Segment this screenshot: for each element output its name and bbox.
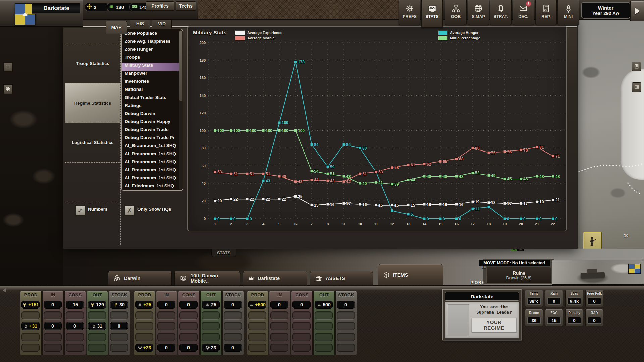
menu-tab-dec[interactable]: DEC.6 bbox=[513, 0, 534, 25]
location-plate[interactable]: Ruins Darwin (26,8) bbox=[486, 267, 551, 283]
resource-slot bbox=[248, 344, 266, 352]
resource-slot bbox=[88, 311, 106, 319]
side-tool-bottom-right-button[interactable] bbox=[632, 82, 641, 92]
stat-list-item[interactable]: Zone Avg. Happiness bbox=[122, 39, 183, 47]
column-header: OUT bbox=[314, 291, 334, 299]
resource-slot bbox=[157, 311, 175, 319]
stat-list-item[interactable]: Military Stats bbox=[122, 63, 183, 71]
stat-list-item[interactable]: Debug Darwin Trade Pr bbox=[122, 135, 183, 143]
stat-list-item[interactable]: AI_Braunraum_1st SHQ bbox=[122, 151, 183, 159]
menu-tab-rep[interactable]: REP. bbox=[535, 0, 557, 25]
numbers-checkbox[interactable]: ✓ bbox=[75, 205, 86, 216]
map-terrain-left[interactable] bbox=[0, 19, 63, 285]
gauge-label: Free Folk bbox=[587, 291, 602, 296]
profiles-button[interactable]: Profiles bbox=[146, 1, 174, 11]
svg-text:60: 60 bbox=[202, 164, 206, 168]
category-regime-statistics[interactable]: Regime Statistics bbox=[65, 83, 120, 123]
stats-window-bottom-tab[interactable]: STATS bbox=[211, 249, 236, 257]
svg-text:51: 51 bbox=[266, 172, 270, 176]
svg-text:9: 9 bbox=[343, 222, 345, 226]
resource-slot bbox=[248, 311, 266, 319]
only-show-hqs-checkbox[interactable]: ✗ bbox=[124, 205, 135, 216]
svg-text:5: 5 bbox=[411, 212, 413, 217]
slot-value: 0 bbox=[278, 302, 281, 307]
unit-tab-items[interactable]: ITEMS bbox=[378, 264, 443, 286]
stat-list-scrollbar[interactable] bbox=[179, 30, 183, 190]
menu-tab-mini[interactable]: MINI bbox=[557, 0, 579, 25]
map-unit-tile[interactable] bbox=[583, 232, 601, 250]
column-header: PROD bbox=[20, 291, 41, 299]
svg-text:0: 0 bbox=[233, 217, 236, 221]
svg-text:16: 16 bbox=[330, 202, 335, 207]
resource-slot bbox=[135, 333, 153, 341]
slot-value: 0 bbox=[300, 302, 303, 307]
svg-text:22: 22 bbox=[282, 197, 286, 202]
menu-tab-label: MINI bbox=[564, 14, 573, 19]
stat-list-item[interactable]: Manpower bbox=[122, 71, 183, 79]
stat-list-item[interactable]: Debug Darwin Happy bbox=[122, 119, 183, 127]
unit-tab-10th-darwin-mobile-[interactable]: 10th Darwin Mobile.. bbox=[174, 271, 240, 286]
stat-list-item[interactable]: National bbox=[122, 87, 183, 95]
end-turn-button[interactable] bbox=[630, 1, 644, 21]
window-tab-map[interactable]: MAP bbox=[106, 21, 127, 34]
stat-list-item[interactable]: Debug Darwin Trade bbox=[122, 127, 183, 135]
resource-political-points[interactable]: 2 bbox=[85, 3, 109, 11]
window-tab-his[interactable]: HIS bbox=[130, 19, 150, 28]
gauge-free-folk: Free Folk0 bbox=[585, 290, 603, 307]
your-regime-button[interactable]: YOUR REGIME bbox=[472, 318, 517, 332]
menu-tab-prefs[interactable]: PREFS bbox=[399, 0, 420, 25]
stat-list-item[interactable]: AI_Braunraum_1st SHQ bbox=[122, 143, 183, 151]
menu-tab-oob[interactable]: OOB bbox=[445, 0, 467, 25]
panel-scroll-left-button[interactable] bbox=[1, 287, 7, 294]
window-tab-vid[interactable]: VID bbox=[152, 19, 172, 28]
scrollbar-thumb[interactable] bbox=[179, 30, 183, 101]
category-troop-statistics[interactable]: Troop Statistics bbox=[65, 44, 120, 83]
crown-icon bbox=[22, 11, 29, 18]
side-tool-top-right-button[interactable] bbox=[632, 62, 641, 71]
globe-icon bbox=[474, 3, 483, 14]
menu-tab-stats[interactable]: STATS bbox=[421, 0, 443, 28]
svg-text:16: 16 bbox=[459, 202, 464, 207]
chart-icon bbox=[427, 3, 437, 14]
side-tool-top-left-button[interactable] bbox=[3, 62, 13, 72]
unit-tab-darwin[interactable]: Darwin bbox=[108, 271, 172, 286]
stat-list-item[interactable]: Troops bbox=[122, 55, 183, 63]
stat-list-item[interactable]: Zone Populace bbox=[122, 31, 183, 39]
unit-tab-darkstate[interactable]: Darkstate bbox=[243, 271, 307, 286]
column-header: STOCK bbox=[109, 291, 130, 299]
resource-slot: 31 bbox=[88, 322, 106, 330]
resource-slot bbox=[292, 322, 311, 330]
unit-tab-assets[interactable]: ASSETS bbox=[310, 271, 373, 286]
category-logistical-statistics[interactable]: Logistical Statistics bbox=[65, 123, 120, 162]
stat-list-item[interactable]: AI_Braunraum_1st SHQ bbox=[122, 175, 183, 183]
svg-text:100: 100 bbox=[217, 128, 224, 133]
map-terrain-right[interactable]: 27 10 bbox=[578, 19, 644, 261]
turn-plate: Winter Year 292 AA bbox=[581, 2, 631, 19]
stat-list-item[interactable]: AI_Braunraum_1st SHQ bbox=[122, 159, 183, 167]
resource-slot bbox=[157, 333, 175, 341]
svg-text:15: 15 bbox=[394, 203, 399, 208]
stat-list-item[interactable]: Inventories bbox=[122, 79, 183, 87]
photo-flag bbox=[628, 264, 641, 274]
stat-list-item[interactable]: Ratings bbox=[122, 103, 183, 111]
menu-tab-smap[interactable]: S.MAP bbox=[468, 0, 489, 25]
resource-slot bbox=[315, 333, 333, 341]
svg-text:52: 52 bbox=[475, 171, 480, 175]
slot-value: 0 bbox=[344, 302, 347, 307]
stat-list-item[interactable]: AI_Friedraum_1st SHQ bbox=[122, 183, 183, 191]
org-chart-icon bbox=[451, 3, 461, 14]
resource-slot: 0 bbox=[224, 344, 242, 352]
side-tool-bottom-left-button[interactable] bbox=[3, 84, 13, 94]
techs-button[interactable]: Techs bbox=[176, 1, 196, 11]
resource-slot: 0 bbox=[179, 301, 198, 309]
drop-icon bbox=[92, 324, 96, 328]
menu-tab-strat[interactable]: STRAT. bbox=[490, 0, 512, 25]
column-prod: PROD+151+31 bbox=[20, 291, 42, 355]
resource-slot bbox=[337, 322, 355, 330]
stat-list-item[interactable]: Zone Hunger bbox=[122, 47, 183, 55]
stat-list-item[interactable]: AI_Braunraum_1st SHQ bbox=[122, 167, 183, 175]
stat-list-item[interactable]: Global Trader Stats bbox=[122, 95, 183, 103]
stat-list-item[interactable]: Debug Darwin bbox=[122, 111, 183, 119]
leader-text-line1: You are the bbox=[472, 304, 517, 310]
svg-text:45: 45 bbox=[523, 177, 528, 181]
